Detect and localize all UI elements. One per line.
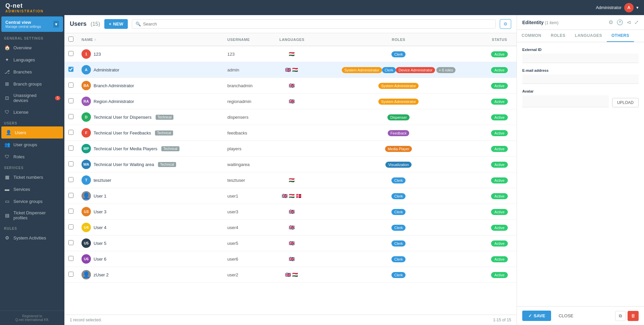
tab-common[interactable]: COMMON (517, 30, 546, 42)
status-badge: Active (491, 67, 508, 73)
close-button[interactable]: CLOSE (554, 311, 578, 321)
external-id-input[interactable] (522, 54, 639, 63)
system-activities-icon: ⚙ (4, 235, 10, 241)
user-name-text: tesztuser (94, 178, 111, 183)
sidebar-item-service-groups[interactable]: ▭ Service groups (0, 195, 64, 207)
save-label: SAVE (534, 313, 545, 318)
row-checkbox[interactable] (68, 146, 73, 151)
row-status-cell: Active (482, 188, 517, 204)
flag-icon: 🇬🇧 (289, 225, 294, 230)
expand-icon[interactable]: ⤢ (634, 19, 639, 25)
col-languages: LANGUAGES (269, 33, 315, 46)
row-checkbox[interactable] (68, 256, 73, 261)
table-footer: 1 record selected. 1-15 of 15 (64, 315, 517, 325)
delete-button[interactable]: 🗑 (628, 311, 639, 321)
status-badge: Active (491, 177, 508, 183)
row-checkbox[interactable] (68, 209, 73, 214)
row-roles-cell: Clerk (315, 204, 482, 220)
tab-others[interactable]: OTHERS (607, 30, 634, 42)
save-button[interactable]: ✓ SAVE (522, 311, 551, 321)
row-languages-cell: 🇬🇧 (269, 78, 315, 94)
flag-icon: 🇭🇺 (292, 272, 298, 277)
users-table-container: NAME ↑ USERNAME LANGUAGES ROLES STATUS 1… (64, 33, 517, 315)
status-badge: Active (491, 225, 508, 231)
status-badge: Active (491, 209, 508, 215)
flag-icon: 🇬🇧 (289, 256, 294, 262)
tab-roles[interactable]: ROLES (546, 30, 570, 42)
share-icon[interactable]: ⊲ (627, 19, 631, 25)
filter-button[interactable]: ⚙ (500, 19, 511, 29)
row-name-cell: WATechnical User for Waiting areaTechnic… (77, 157, 223, 172)
row-checkbox[interactable] (68, 161, 73, 166)
user-groups-icon: 👥 (4, 142, 10, 148)
upload-button[interactable]: UPLOAD (612, 98, 639, 107)
row-checkbox[interactable] (68, 240, 73, 245)
user-name-text: Branch Administrator (94, 83, 134, 88)
sidebar-item-license[interactable]: 🛡 License (0, 106, 64, 118)
row-checkbox[interactable] (68, 193, 73, 198)
row-languages-cell (269, 157, 315, 172)
topbar: Q-net ADMINISTRATION Administrator A ▾ (0, 0, 644, 15)
row-roles-cell: Clerk (315, 267, 482, 283)
sidebar-item-languages[interactable]: ✦ Languages (0, 54, 64, 66)
row-checkbox-cell (64, 204, 77, 220)
row-roles-cell: Dispenser (315, 109, 482, 125)
row-checkbox-cell (64, 157, 77, 172)
filter-icon: ⚙ (503, 21, 507, 26)
central-view-title: Central view (5, 20, 41, 25)
sidebar-item-roles[interactable]: 🛡 Roles (0, 151, 64, 163)
row-checkbox-cell (64, 188, 77, 204)
section-rules: RULES (0, 223, 64, 232)
row-status-cell: Active (482, 62, 517, 78)
row-roles-cell: Clerk (315, 46, 482, 62)
user-menu[interactable]: Administrator A ▾ (596, 3, 639, 12)
sidebar-item-branches[interactable]: ⎇ Branches (0, 66, 64, 78)
row-checkbox-cell (64, 267, 77, 283)
row-checkbox[interactable] (68, 114, 73, 119)
row-checkbox[interactable] (68, 130, 73, 135)
row-roles-cell: Clerk (315, 251, 482, 267)
history-icon[interactable]: 🕐 (616, 19, 623, 25)
row-username-cell: user2 (223, 267, 269, 283)
row-checkbox-cell (64, 172, 77, 188)
flag-icon: 🇭🇺 (289, 51, 294, 57)
sidebar-item-overview[interactable]: 🏠 Overview (0, 42, 64, 54)
sidebar-item-unassigned-devices[interactable]: ⊡ Unassigned devices 5 (0, 90, 64, 106)
row-status-cell: Active (482, 172, 517, 188)
row-checkbox[interactable] (68, 51, 73, 56)
select-all-checkbox[interactable] (68, 37, 73, 42)
gear-icon[interactable]: ⚙ (608, 19, 613, 25)
sidebar-item-branch-groups[interactable]: ⊞ Branch groups (0, 78, 64, 90)
central-view-button[interactable]: Central view Manage central settings ▾ (1, 16, 63, 32)
row-name-cell: FTechnical User for FeedbacksTechnical (77, 125, 223, 141)
technical-badge: Technical (156, 115, 174, 120)
sidebar-item-services[interactable]: ▬ Services (0, 183, 64, 195)
tab-languages[interactable]: LANGUAGES (570, 30, 607, 42)
sidebar-item-system-activities[interactable]: ⚙ System Activities (0, 232, 64, 244)
flag-icon: 🇭🇺 (289, 177, 294, 183)
email-input[interactable] (522, 74, 639, 84)
technical-badge: Technical (155, 130, 173, 136)
search-input[interactable] (143, 21, 492, 26)
new-user-button[interactable]: + NEW (104, 19, 128, 29)
sidebar-item-label: Users (15, 130, 26, 135)
sidebar-item-users[interactable]: 👤 Users (1, 126, 63, 139)
row-checkbox[interactable] (68, 83, 73, 88)
row-checkbox-cell (64, 235, 77, 251)
users-header: Users (15) + NEW 🔍 ⚙ (64, 15, 517, 33)
avatar-field-group: Avatar UPLOAD (522, 89, 639, 107)
sidebar-item-user-groups[interactable]: 👥 User groups (0, 139, 64, 151)
section-users: USERS (0, 118, 64, 126)
sidebar-item-ticket-numbers[interactable]: ▦ Ticket numbers (0, 171, 64, 183)
row-checkbox[interactable] (68, 67, 73, 72)
sidebar-item-ticket-dispenser[interactable]: ▤ Ticket Dispenser profiles (0, 207, 64, 223)
sidebar-item-label: Roles (13, 154, 24, 159)
col-checkbox (64, 33, 77, 46)
row-name-cell: 👤zUser 2 (77, 267, 223, 283)
row-checkbox[interactable] (68, 224, 73, 229)
flag-icon: 🇬🇧 (285, 67, 291, 72)
row-checkbox[interactable] (68, 98, 73, 103)
row-checkbox[interactable] (68, 177, 73, 182)
row-checkbox[interactable] (68, 272, 73, 277)
copy-button[interactable]: ⧉ (615, 311, 626, 321)
